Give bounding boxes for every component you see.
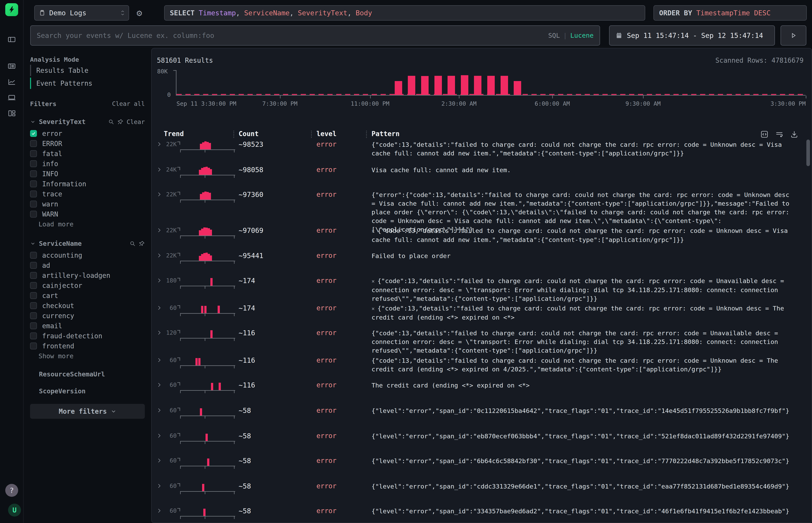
chevron-right-icon[interactable]: [30, 372, 36, 377]
filter-option-ad[interactable]: ad: [30, 260, 145, 270]
filter-option-frontend[interactable]: frontend: [30, 341, 145, 351]
checkbox[interactable]: [30, 130, 37, 137]
help-button[interactable]: ?: [5, 484, 18, 497]
filter-option-checkout[interactable]: checkout: [30, 301, 145, 311]
run-query-button[interactable]: [780, 25, 806, 46]
filter-option-trace[interactable]: trace: [30, 189, 145, 199]
load-more-link[interactable]: Load more: [30, 219, 145, 229]
filter-option-info[interactable]: info: [30, 159, 145, 169]
checkbox[interactable]: [30, 170, 37, 177]
filter-section-header-servicename[interactable]: ServiceName: [30, 240, 145, 247]
analysis-mode-results-table[interactable]: Results Table: [30, 65, 145, 76]
avatar[interactable]: U: [8, 504, 21, 517]
dismiss-icon[interactable]: ×: [371, 228, 375, 234]
histogram-bar[interactable]: [514, 81, 521, 95]
filter-option-accounting[interactable]: accounting: [30, 250, 145, 260]
col-count[interactable]: Count: [239, 130, 259, 138]
filter-section-header-resourceschemaurl[interactable]: ResourceSchemaUrl: [30, 371, 145, 378]
checkbox[interactable]: [30, 140, 37, 147]
select-query-input[interactable]: SELECT Timestamp, ServiceName, SeverityT…: [164, 5, 645, 21]
pin-icon[interactable]: [139, 388, 145, 394]
date-range-picker[interactable]: Sep 11 15:47:14 - Sep 12 15:47:14: [609, 25, 775, 46]
chevron-right-icon[interactable]: [30, 388, 36, 394]
filter-option-artillery-loadgen[interactable]: artillery-loadgen: [30, 270, 145, 281]
filter-option-cainjector[interactable]: cainjector: [30, 281, 145, 290]
col-trend[interactable]: Trend: [164, 130, 184, 138]
checkbox[interactable]: [30, 282, 37, 289]
logs-icon[interactable]: [6, 60, 17, 72]
clear-all-link[interactable]: Clear all: [112, 100, 145, 107]
pattern-text: {"level":"error","span_id":"6b64c6c58842…: [371, 457, 795, 465]
checkbox[interactable]: [30, 262, 37, 269]
checkbox[interactable]: [30, 312, 37, 319]
dismiss-icon[interactable]: ×: [371, 306, 375, 312]
checkbox[interactable]: [30, 211, 37, 218]
filter-option-warn[interactable]: warn: [30, 199, 145, 209]
filter-option-error[interactable]: ERROR: [30, 139, 145, 149]
filter-option-email[interactable]: email: [30, 321, 145, 331]
dashboards-icon[interactable]: [6, 108, 17, 119]
mode-sql[interactable]: SQL: [548, 32, 560, 39]
checkbox[interactable]: [30, 252, 37, 259]
histogram-bar[interactable]: [421, 76, 428, 95]
checkbox[interactable]: [30, 322, 37, 329]
filter-option-information[interactable]: Information: [30, 179, 145, 189]
checkbox[interactable]: [30, 150, 37, 157]
checkbox[interactable]: [30, 272, 37, 279]
histogram-bar[interactable]: [487, 76, 495, 95]
source-settings-gear-icon[interactable]: ⚙: [137, 5, 142, 21]
checkbox[interactable]: [30, 332, 37, 339]
histogram-bar[interactable]: [474, 76, 481, 95]
chevron-down-icon[interactable]: [30, 119, 36, 125]
terminal-icon[interactable]: [6, 92, 17, 103]
checkbox[interactable]: [30, 343, 37, 349]
source-select[interactable]: Demo Logs: [34, 5, 129, 21]
pin-icon[interactable]: [139, 371, 145, 377]
checkbox[interactable]: [30, 302, 37, 309]
mode-lucene[interactable]: Lucene: [570, 32, 594, 39]
filter-option-info[interactable]: INFO: [30, 169, 145, 179]
checkbox[interactable]: [30, 180, 37, 187]
filter-option-label: currency: [42, 312, 74, 320]
chevron-down-icon[interactable]: [30, 241, 36, 246]
app-logo-icon[interactable]: [5, 3, 18, 16]
clear-filter-link[interactable]: Clear: [127, 118, 145, 125]
results-histogram[interactable]: 80K 0 Sep 11 3:30:00 PM7:30:00 PM11:00:0…: [176, 71, 806, 95]
load-more-link[interactable]: Show more: [30, 351, 145, 361]
search-icon[interactable]: [108, 119, 114, 125]
col-pattern[interactable]: Pattern: [371, 130, 400, 138]
search-input[interactable]: Search your events w/ Lucene ex. column:…: [30, 25, 600, 46]
chart-icon[interactable]: [6, 76, 17, 88]
checkbox[interactable]: [30, 292, 37, 299]
search-icon[interactable]: [129, 240, 136, 247]
histogram-bar[interactable]: [461, 75, 468, 95]
filter-option-cart[interactable]: cart: [30, 290, 145, 301]
histogram-bar[interactable]: [447, 76, 455, 95]
filter-section-header-severitytext[interactable]: SeverityTextClear: [30, 118, 145, 126]
col-level[interactable]: level: [316, 130, 336, 138]
filter-option-fatal[interactable]: fatal: [30, 149, 145, 159]
dismiss-icon[interactable]: ×: [371, 278, 375, 284]
histogram-bar[interactable]: [408, 76, 415, 95]
order-by-input[interactable]: ORDER BY TimestampTime DESC: [653, 5, 807, 21]
filter-option-warn[interactable]: WARN: [30, 209, 145, 219]
more-filters-button[interactable]: More filters: [30, 404, 145, 419]
pin-icon[interactable]: [139, 240, 145, 247]
analysis-mode-event-patterns[interactable]: Event Patterns: [30, 78, 145, 89]
filter-section-header-scopeversion[interactable]: ScopeVersion: [30, 387, 145, 395]
pin-icon[interactable]: [117, 119, 123, 125]
checkbox[interactable]: [30, 160, 37, 167]
histogram-bar[interactable]: [435, 76, 442, 95]
wrap-lines-icon[interactable]: [775, 130, 783, 138]
download-icon[interactable]: [790, 130, 798, 138]
histogram-bar[interactable]: [500, 76, 508, 95]
filter-option-currency[interactable]: currency: [30, 311, 145, 321]
checkbox[interactable]: [30, 191, 37, 197]
table-scrollbar[interactable]: [806, 140, 810, 166]
checkbox[interactable]: [30, 201, 37, 208]
filter-option-fraud-detection[interactable]: fraud-detection: [30, 331, 145, 341]
panel-toggle-icon[interactable]: [6, 34, 17, 45]
code-view-icon[interactable]: [760, 130, 769, 138]
histogram-bar[interactable]: [395, 81, 402, 95]
filter-option-error[interactable]: error: [30, 128, 145, 139]
